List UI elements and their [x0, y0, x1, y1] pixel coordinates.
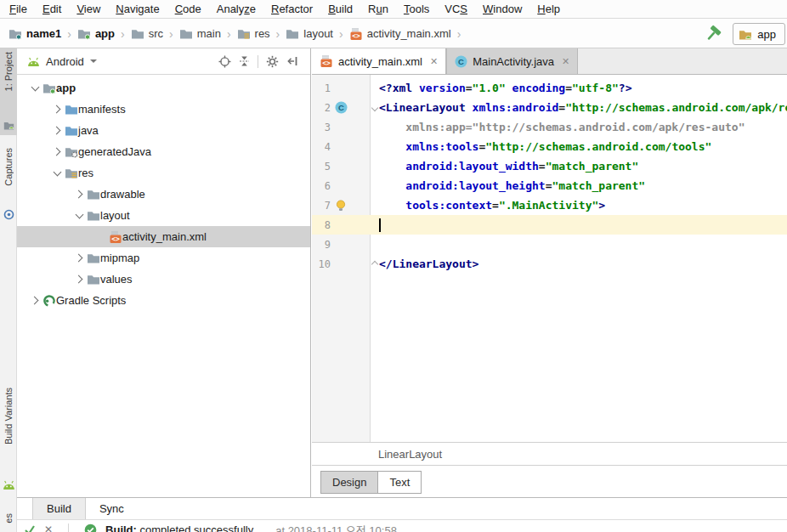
breadcrumb-bar: name1›app›src›main›res›layout›<>activity… [0, 20, 787, 48]
code-text[interactable]: xmlns:tools="http://schemas.android.com/… [379, 140, 787, 153]
code-token: encoding [512, 82, 566, 94]
chevron-right-icon[interactable] [71, 255, 87, 261]
breadcrumb-main[interactable]: main [179, 27, 221, 40]
menu-item-run[interactable]: Run [360, 3, 396, 15]
code-text[interactable] [379, 218, 787, 232]
breadcrumb-activity-main-xml[interactable]: <>activity_main.xml [349, 27, 451, 41]
menu-item-file[interactable]: File [2, 3, 35, 15]
code-line-2[interactable]: 2C<LinearLayout xmlns:android="http://sc… [312, 98, 787, 117]
editor-tab-activity-main-xml[interactable]: <>activity_main.xml✕ [312, 48, 446, 74]
build-panel-tab-sync[interactable]: Sync [86, 498, 138, 519]
locate-file-icon[interactable] [218, 55, 231, 68]
chevron-right-icon[interactable] [71, 191, 87, 197]
build-success-icon [84, 524, 97, 532]
chevron-right-icon[interactable] [71, 276, 87, 282]
tree-item-java[interactable]: java [17, 120, 310, 141]
menu-item-help[interactable]: Help [529, 3, 568, 15]
gear-icon[interactable] [266, 55, 279, 68]
stripe-item-build-variants[interactable]: Build Variants [0, 384, 17, 493]
run-config-label: app [757, 28, 776, 41]
line-number: 1 [312, 82, 331, 94]
code-line-4[interactable]: 4 xmlns:tools="http://schemas.android.co… [312, 137, 787, 156]
menu-item-refactor[interactable]: Refactor [263, 3, 320, 15]
code-text[interactable]: xmlns:app="http://schemas.android.com/ap… [379, 121, 787, 133]
code-lines: 1<?xml version="1.0" encoding="utf-8"?>2… [312, 78, 787, 274]
code-line-1[interactable]: 1<?xml version="1.0" encoding="utf-8"?> [312, 78, 787, 98]
menu-item-tools[interactable]: Tools [396, 3, 437, 15]
code-line-10[interactable]: 10</LinearLayout> [312, 254, 787, 274]
tree-item-label: mipmap [100, 252, 139, 264]
menu-item-build[interactable]: Build [320, 3, 360, 15]
chevron-down-icon[interactable] [49, 169, 65, 177]
code-line-9[interactable]: 9 [312, 235, 787, 254]
breadcrumb-src[interactable]: src [131, 27, 163, 40]
stripe-item-captures[interactable]: Captures [0, 144, 17, 224]
build-panel-tab-build[interactable]: Build [32, 498, 86, 519]
tree-item-app[interactable]: app [17, 77, 310, 99]
close-tab-icon[interactable]: ✕ [430, 56, 438, 67]
menu-item-window[interactable]: Window [475, 3, 529, 15]
tree-item-activity-main-xml[interactable]: <>activity_main.xml [17, 226, 310, 247]
chevron-down-icon[interactable] [27, 84, 42, 92]
view-tab-design[interactable]: Design [320, 471, 378, 494]
breadcrumb-label: layout [303, 27, 333, 40]
chevron-down-icon[interactable] [71, 212, 87, 219]
xml-tag-breadcrumb[interactable]: LinearLayout [378, 448, 442, 461]
code-text[interactable]: <?xml version="1.0" encoding="utf-8"?> [379, 82, 787, 94]
code-editor[interactable]: 1<?xml version="1.0" encoding="utf-8"?>2… [312, 75, 787, 442]
tree-item-gradle-scripts[interactable]: Gradle Scripts [17, 290, 310, 311]
chevron-right-icon[interactable] [49, 127, 65, 133]
chevron-separator-icon: › [169, 27, 173, 41]
code-text[interactable]: <LinearLayout xmlns:android="http://sche… [379, 101, 787, 114]
fold-marker-icon[interactable] [370, 262, 379, 267]
chevron-right-icon[interactable] [49, 106, 65, 112]
menu-item-vcs[interactable]: VCS [437, 3, 475, 15]
view-tab-text[interactable]: Text [377, 471, 422, 494]
breadcrumb-name1[interactable]: name1 [8, 27, 61, 40]
tree-item-generatedjava[interactable]: generatedJava [17, 141, 310, 162]
hide-panel-icon[interactable] [286, 55, 298, 67]
tree-item-layout[interactable]: layout [17, 205, 310, 226]
project-view-selector[interactable]: Android [46, 55, 84, 68]
code-token: "match_parent" [552, 179, 646, 192]
build-hammer-icon[interactable] [704, 25, 722, 43]
chevron-right-icon[interactable] [27, 297, 42, 303]
stripe-item-1-project[interactable]: 1: Project [0, 48, 17, 135]
code-line-5[interactable]: 5 android:layout_width="match_parent" [312, 156, 787, 176]
breadcrumb-layout[interactable]: layout [286, 27, 333, 40]
tree-item-drawable[interactable]: drawable [17, 184, 310, 205]
code-text[interactable]: android:layout_height="match_parent" [379, 179, 787, 192]
breadcrumb-app[interactable]: app [77, 27, 115, 40]
breadcrumb-res[interactable]: res [237, 27, 270, 40]
tree-item-mipmap[interactable]: mipmap [17, 247, 310, 269]
tree-item-values[interactable]: values [17, 269, 310, 290]
menu-item-edit[interactable]: Edit [35, 3, 69, 15]
code-text[interactable]: </LinearLayout> [379, 258, 787, 270]
run-configuration-selector[interactable]: app [733, 23, 785, 45]
code-line-7[interactable]: 7 tools:context=".MainActivity"> [312, 195, 787, 215]
chevron-right-icon[interactable] [49, 149, 65, 155]
code-text[interactable]: android:layout_width="match_parent" [379, 160, 787, 173]
tree-item-manifests[interactable]: manifests [17, 99, 310, 120]
breadcrumb-label: main [197, 27, 221, 40]
bulb-icon[interactable] [331, 200, 351, 212]
class-circle-icon[interactable]: C [331, 101, 351, 114]
menu-item-code[interactable]: Code [167, 3, 209, 15]
stripe-item-label: es [3, 513, 14, 524]
code-line-8[interactable]: 8 [312, 215, 787, 235]
stripe-item-es[interactable]: es [0, 510, 17, 532]
fold-marker-icon[interactable] [370, 105, 379, 110]
gradle-icon [42, 294, 56, 308]
code-line-3[interactable]: 3 xmlns:app="http://schemas.android.com/… [312, 117, 787, 137]
close-icon[interactable]: ✕ [44, 524, 53, 532]
tree-item-res[interactable]: res [17, 162, 310, 184]
close-tab-icon[interactable]: ✕ [562, 56, 569, 67]
code-text[interactable]: tools:context=".MainActivity"> [379, 199, 787, 212]
menu-item-navigate[interactable]: Navigate [108, 3, 167, 15]
collapse-all-icon[interactable] [239, 55, 250, 67]
menu-item-analyze[interactable]: Analyze [209, 3, 263, 15]
menu-item-view[interactable]: View [69, 3, 108, 15]
editor-tab-mainactivity-java[interactable]: CMainActivity.java✕ [446, 48, 578, 74]
green-check-icon[interactable] [24, 524, 36, 532]
code-line-6[interactable]: 6 android:layout_height="match_parent" [312, 176, 787, 195]
